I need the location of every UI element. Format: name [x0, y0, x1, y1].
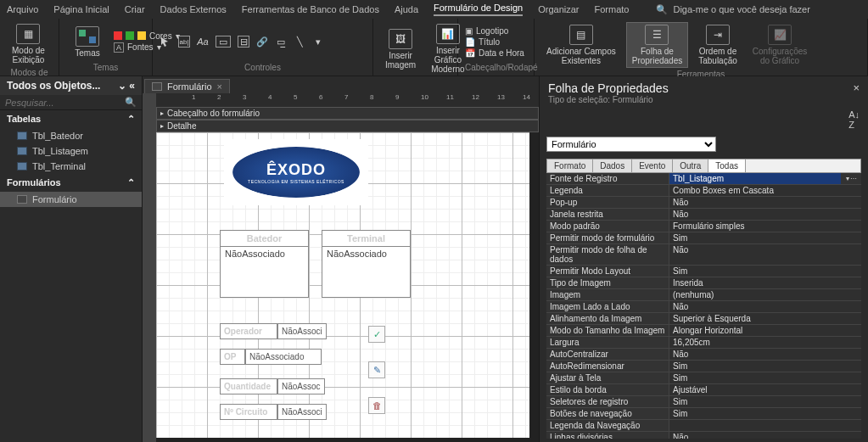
object-selector[interactable]: Formulário [546, 137, 716, 152]
prop-row[interactable]: Permitir modo de formulárioSim [546, 232, 861, 244]
prop-row[interactable]: AutoCentralizarNão [546, 349, 861, 361]
field-op[interactable]: OPNãoAssociado [220, 349, 322, 365]
textbox-icon[interactable]: ab| [178, 36, 190, 48]
check-button[interactable]: ✓ [368, 326, 385, 343]
prop-tab-formato[interactable]: Formato [547, 159, 593, 172]
table-listagem[interactable]: Tbl_Listagem [0, 143, 142, 159]
prop-tab-outra[interactable]: Outra [673, 159, 708, 172]
prop-row[interactable]: Botões de navegaçãoSim [546, 408, 861, 420]
menu-formato[interactable]: Formato [594, 4, 629, 14]
prop-value[interactable]: Sim [669, 372, 861, 383]
prop-tab-dados[interactable]: Dados [593, 159, 632, 172]
field-terminal[interactable]: Terminal NãoAssociado [322, 230, 411, 298]
prop-value[interactable]: Sim [669, 396, 861, 407]
property-sheet-button[interactable]: ☰Folha de Propriedades [626, 22, 688, 68]
prop-value[interactable]: Superior à Esquerda [669, 313, 861, 324]
form-header-section[interactable]: ▸Cabeçalho do formulário [156, 107, 539, 120]
prop-value[interactable]: Sim [669, 408, 861, 419]
form-formulario[interactable]: Formulário [0, 192, 142, 207]
prop-row[interactable]: Seletores de registroSim [546, 396, 861, 408]
prop-value[interactable]: Tbl_Listagem [669, 173, 841, 184]
prop-tab-evento[interactable]: Evento [632, 159, 673, 172]
prop-value[interactable]: Alongar Horizontal [669, 325, 861, 336]
prop-value[interactable]: Sim [669, 232, 861, 243]
table-batedor[interactable]: Tbl_Batedor [0, 128, 142, 143]
prop-value[interactable] [669, 420, 861, 431]
more-controls-icon[interactable]: ▾ [312, 36, 324, 48]
edit-button[interactable]: ✎ [368, 361, 385, 378]
field-quantidade[interactable]: QuantidadeNãoAssoc [220, 378, 325, 394]
sort-button[interactable]: A↓Z [840, 109, 868, 130]
prop-value[interactable]: Não [669, 301, 861, 312]
menu-dados-externos[interactable]: Dados Externos [160, 4, 227, 14]
tab-order-button[interactable]: ⇥Ordem de Tabulação [693, 23, 742, 67]
prop-row[interactable]: Janela restritaNão [546, 209, 861, 221]
prop-value[interactable]: Não [669, 197, 861, 208]
menu-ajuda[interactable]: Ajuda [395, 4, 418, 14]
insert-image-button[interactable]: 🖼Inserir Imagem [380, 27, 421, 71]
prop-value[interactable]: 16,205cm [669, 337, 861, 348]
title-button[interactable]: 📄Título [465, 37, 524, 47]
prop-tab-todas[interactable]: Todas [708, 159, 746, 172]
prop-value[interactable]: Não [669, 244, 861, 265]
prop-row[interactable]: AutoRedimensionarSim [546, 361, 861, 372]
tell-me-text[interactable]: Diga-me o que você deseja fazer [673, 4, 809, 14]
datetime-button[interactable]: 📅Data e Hora [465, 48, 524, 58]
prop-row[interactable]: Imagem(nenhuma) [546, 289, 861, 301]
view-mode-button[interactable]: ▦Modo de Exibição [7, 22, 50, 66]
chart-config-button[interactable]: 📈Configurações do Gráfico [748, 23, 812, 67]
search-icon[interactable]: 🔍 [125, 97, 137, 108]
prop-list[interactable]: Fonte de RegistroTbl_Listagem▾⋯LegendaCo… [546, 173, 861, 439]
prop-value[interactable]: Ajustável [669, 384, 861, 395]
prop-row[interactable]: LegendaCombo Boxes em Cascata [546, 185, 861, 197]
prop-row[interactable]: Legenda da Navegação [546, 420, 861, 432]
delete-button[interactable]: 🗑 [368, 397, 385, 414]
menu-pagina-inicial[interactable]: Página Inicial [53, 4, 109, 14]
prop-value[interactable]: (nenhuma) [669, 289, 861, 300]
prop-builder-button[interactable]: ▾⋯ [841, 173, 861, 184]
menu-form-design[interactable]: Formulário de Design [434, 3, 523, 16]
prop-value[interactable]: Formulário simples [669, 221, 861, 232]
menu-arquivo[interactable]: Arquivo [7, 4, 38, 14]
nav-header[interactable]: Todos os Objetos...⌄ « [0, 76, 142, 95]
section-tabelas[interactable]: Tabelas⌃ [0, 110, 142, 128]
field-batedor[interactable]: Batedor NãoAssociado [220, 230, 309, 298]
menu-organizar[interactable]: Organizar [538, 4, 579, 14]
button-icon[interactable]: ▭ [216, 36, 231, 48]
link-icon[interactable]: 🔗 [256, 36, 268, 48]
prop-value[interactable]: Não [669, 209, 861, 220]
section-formularios[interactable]: Formulários⌃ [0, 174, 142, 192]
label-icon[interactable]: Aa [197, 36, 209, 48]
prop-row[interactable]: Tipo de ImagemInserida [546, 277, 861, 289]
prop-row[interactable]: Linhas divisóriasNão [546, 432, 861, 439]
menu-ferramentas-bd[interactable]: Ferramentas de Banco de Dados [242, 4, 379, 14]
prop-row[interactable]: Ajustar à TelaSim [546, 372, 861, 384]
menu-criar[interactable]: Criar [125, 4, 145, 14]
add-fields-button[interactable]: ▤Adicionar Campos Existentes [541, 23, 621, 67]
logo-button[interactable]: ▣Logotipo [465, 26, 524, 36]
prop-row[interactable]: Permitir modo de folha de dadosNão [546, 244, 861, 266]
nav-search[interactable]: 🔍 [0, 95, 142, 110]
prop-value[interactable]: Não [669, 432, 861, 439]
prop-row[interactable]: Estilo da bordaAjustável [546, 384, 861, 396]
prop-value[interactable]: Inserida [669, 277, 861, 288]
field-circuito[interactable]: Nº CircuitoNãoAssoci [220, 404, 327, 420]
themes-button[interactable]: Temas [66, 25, 109, 59]
close-icon[interactable]: × [853, 81, 860, 94]
prop-row[interactable]: Alinhamento da ImagemSuperior à Esquerda [546, 313, 861, 325]
tab-control-icon[interactable]: ⊟ [238, 36, 249, 48]
chevron-down-icon[interactable]: ⌄ « [118, 80, 135, 92]
tab-formulario[interactable]: Formulário× [144, 79, 230, 93]
prop-row[interactable]: Permitir Modo LayoutSim [546, 266, 861, 277]
prop-value[interactable]: Sim [669, 266, 861, 277]
prop-row[interactable]: Modo do Tamanho da ImagemAlongar Horizon… [546, 325, 861, 337]
form-grid[interactable]: ÊXODOTECNOLOGIA EM SISTEMAS ELÉTRICOS Ba… [156, 132, 529, 438]
close-icon[interactable]: × [217, 81, 222, 92]
select-tool-icon[interactable] [160, 36, 171, 48]
prop-row[interactable]: Largura16,205cm [546, 337, 861, 349]
prop-row[interactable]: Pop-upNão [546, 197, 861, 209]
prop-value[interactable]: Sim [669, 361, 861, 372]
table-terminal[interactable]: Tbl_Terminal [0, 159, 142, 174]
search-input[interactable] [5, 98, 125, 108]
prop-value[interactable]: Não [669, 349, 861, 360]
